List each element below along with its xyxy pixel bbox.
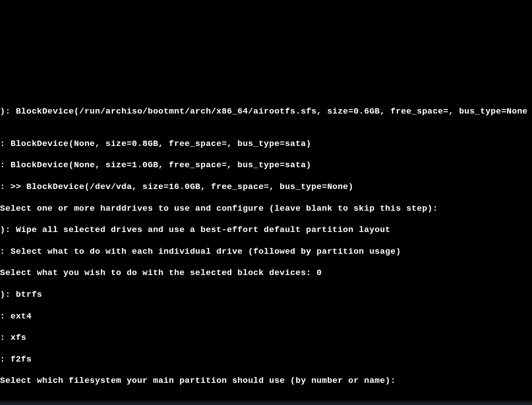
terminal-line: : >> BlockDevice(/dev/vda, size=16.0GB, … <box>0 181 532 192</box>
bottom-border <box>0 400 532 405</box>
terminal-line: ): BlockDevice(/run/archiso/bootmnt/arch… <box>0 106 532 117</box>
terminal-line: : xfs <box>0 332 532 343</box>
terminal-prompt[interactable]: Select which filesystem your main partit… <box>0 375 532 386</box>
terminal-output: ): BlockDevice(/run/archiso/bootmnt/arch… <box>0 95 532 397</box>
terminal-line: : BlockDevice(None, size=1.0GB, free_spa… <box>0 160 532 170</box>
terminal-line: Select what you wish to do with the sele… <box>0 267 532 278</box>
terminal-line: Select one or more harddrives to use and… <box>0 203 532 214</box>
terminal-line: : BlockDevice(None, size=0.8GB, free_spa… <box>0 138 532 149</box>
terminal-line: ): Wipe all selected drives and use a be… <box>0 224 532 235</box>
terminal-line: ): btrfs <box>0 289 532 300</box>
terminal-line: : f2fs <box>0 354 532 365</box>
terminal-line: : ext4 <box>0 311 532 322</box>
terminal-line: : Select what to do with each individual… <box>0 246 532 257</box>
